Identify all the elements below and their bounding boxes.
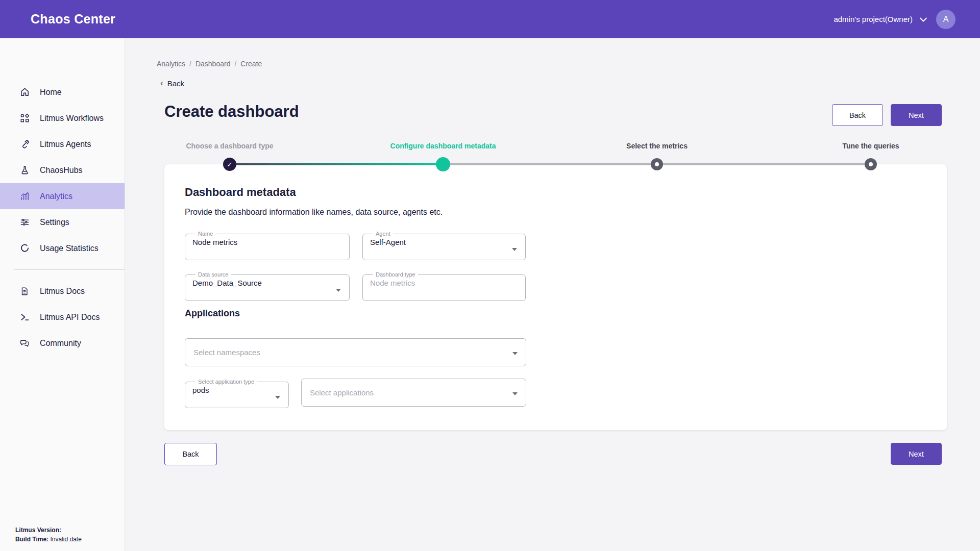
breadcrumb-analytics[interactable]: Analytics — [157, 60, 185, 68]
chevron-left-icon: ‹ — [160, 78, 163, 88]
stepper-line-segment-3 — [657, 163, 871, 165]
breadcrumb-dashboard[interactable]: Dashboard — [195, 60, 231, 68]
stepper-line-segment-2 — [443, 163, 657, 165]
sidebar-item-home[interactable]: Home — [0, 79, 125, 105]
namespaces-select[interactable] — [193, 348, 518, 357]
application-type-field: Select application type — [185, 379, 289, 408]
sidebar: Home Litmus Workflows Litmus Agents Chao… — [0, 38, 125, 551]
app-title: Chaos Center — [31, 12, 115, 27]
next-button-bottom[interactable]: Next — [891, 443, 942, 465]
check-icon: ✓ — [227, 161, 233, 168]
breadcrumb: Analytics / Dashboard / Create — [157, 60, 262, 68]
agent-select[interactable] — [370, 238, 518, 246]
workflows-icon — [19, 113, 30, 123]
sidebar-item-label: Litmus Workflows — [40, 114, 104, 123]
project-label: admin's project(Owner) — [834, 15, 913, 23]
link-icon — [19, 139, 30, 149]
sliders-icon — [19, 217, 30, 228]
sidebar-item-label: Litmus API Docs — [40, 313, 100, 322]
back-button-bottom[interactable]: Back — [164, 443, 217, 465]
back-link-label: Back — [167, 79, 184, 88]
sidebar-item-label: Community — [40, 339, 81, 348]
sidebar-item-litmus-agents[interactable]: Litmus Agents — [0, 131, 125, 157]
version-label: Litmus Version: — [15, 527, 61, 534]
sidebar-item-litmus-docs[interactable]: Litmus Docs — [0, 278, 125, 304]
card-subheading: Provide the dashboard information like n… — [185, 208, 443, 217]
flask-icon — [19, 165, 30, 176]
step-label-tune-queries: Tune the queries — [764, 142, 978, 150]
terminal-icon — [19, 312, 30, 322]
sidebar-item-settings[interactable]: Settings — [0, 209, 125, 235]
project-dropdown[interactable]: admin's project(Owner) — [834, 15, 927, 23]
applications-select-field — [301, 379, 526, 407]
sidebar-item-analytics[interactable]: Analytics — [0, 183, 125, 209]
chat-bubbles-icon — [19, 338, 30, 348]
dropdown-arrow-icon[interactable] — [336, 289, 341, 292]
agent-field-label: Agent — [373, 231, 393, 237]
card-heading: Dashboard metadata — [185, 186, 296, 199]
step-dot-tune-queries[interactable] — [865, 158, 877, 170]
dropdown-arrow-icon[interactable] — [275, 396, 280, 399]
applications-select[interactable] — [310, 388, 518, 397]
back-button-top[interactable]: Back — [832, 104, 883, 126]
name-field-label: Name — [195, 231, 215, 237]
application-type-select[interactable] — [192, 386, 281, 394]
sidebar-item-label: Litmus Docs — [40, 287, 85, 296]
main-content: Analytics / Dashboard / Create ‹ Back Cr… — [126, 38, 980, 551]
breadcrumb-create[interactable]: Create — [240, 60, 262, 68]
sidebar-item-label: Settings — [40, 218, 69, 227]
back-link[interactable]: ‹ Back — [160, 78, 184, 88]
step-label-choose-dashboard-type: Choose a dashboard type — [122, 142, 337, 150]
step-dot-select-metrics[interactable] — [651, 158, 663, 170]
step-label-configure-metadata: Configure dashboard metadata — [336, 142, 550, 150]
step-dot-completed[interactable]: ✓ — [223, 158, 236, 171]
sidebar-item-label: Litmus Agents — [40, 140, 91, 149]
breadcrumb-separator: / — [234, 60, 236, 68]
data-source-field: Data source — [185, 271, 350, 301]
step-label-select-metrics: Select the metrics — [550, 142, 764, 150]
step-dot-active[interactable] — [436, 157, 450, 171]
sidebar-divider — [14, 269, 125, 270]
applications-heading: Applications — [185, 308, 240, 319]
sidebar-item-label: Home — [40, 88, 62, 97]
dashboard-type-input[interactable] — [370, 279, 518, 287]
build-time-value: Invalid date — [50, 536, 81, 543]
avatar[interactable]: A — [936, 10, 955, 29]
sidebar-item-label: Analytics — [40, 192, 72, 201]
dropdown-arrow-icon[interactable] — [512, 352, 518, 355]
name-input[interactable] — [192, 238, 342, 246]
sidebar-nav: Home Litmus Workflows Litmus Agents Chao… — [0, 79, 125, 356]
name-field: Name — [185, 231, 350, 260]
breadcrumb-separator: / — [189, 60, 191, 68]
sidebar-item-litmus-workflows[interactable]: Litmus Workflows — [0, 105, 125, 131]
sidebar-item-usage-statistics[interactable]: Usage Statistics — [0, 235, 125, 261]
dashboard-type-field-label: Dashboard type — [373, 271, 418, 278]
header-right: admin's project(Owner) A — [834, 10, 955, 29]
app-header: Chaos Center admin's project(Owner) A — [0, 0, 980, 38]
dropdown-arrow-icon[interactable] — [512, 248, 517, 251]
circle-arc-icon — [19, 243, 30, 254]
namespaces-field — [185, 338, 526, 366]
sidebar-item-label: ChaosHubs — [40, 166, 83, 175]
sidebar-item-community[interactable]: Community — [0, 330, 125, 356]
version-info: Litmus Version: Build Time: Invalid date — [15, 525, 82, 544]
build-time-label: Build Time: — [15, 536, 48, 543]
dashboard-metadata-card: Dashboard metadata Provide the dashboard… — [164, 164, 947, 430]
page-title: Create dashboard — [164, 103, 299, 121]
dropdown-arrow-icon[interactable] — [512, 392, 518, 395]
application-type-field-label: Select application type — [195, 379, 257, 385]
chevron-down-icon[interactable] — [920, 15, 927, 23]
bar-chart-icon — [19, 191, 30, 202]
next-button-top[interactable]: Next — [891, 104, 942, 126]
sidebar-item-litmus-api-docs[interactable]: Litmus API Docs — [0, 304, 125, 330]
agent-field: Agent — [362, 231, 526, 260]
data-source-field-label: Data source — [195, 271, 231, 278]
home-icon — [19, 87, 30, 97]
sidebar-item-chaoshubs[interactable]: ChaosHubs — [0, 157, 125, 183]
sidebar-item-label: Usage Statistics — [40, 244, 99, 253]
stepper-line-segment-1 — [230, 163, 443, 165]
data-source-select[interactable] — [192, 279, 342, 287]
document-icon — [19, 286, 30, 296]
dashboard-type-field: Dashboard type — [362, 271, 526, 301]
